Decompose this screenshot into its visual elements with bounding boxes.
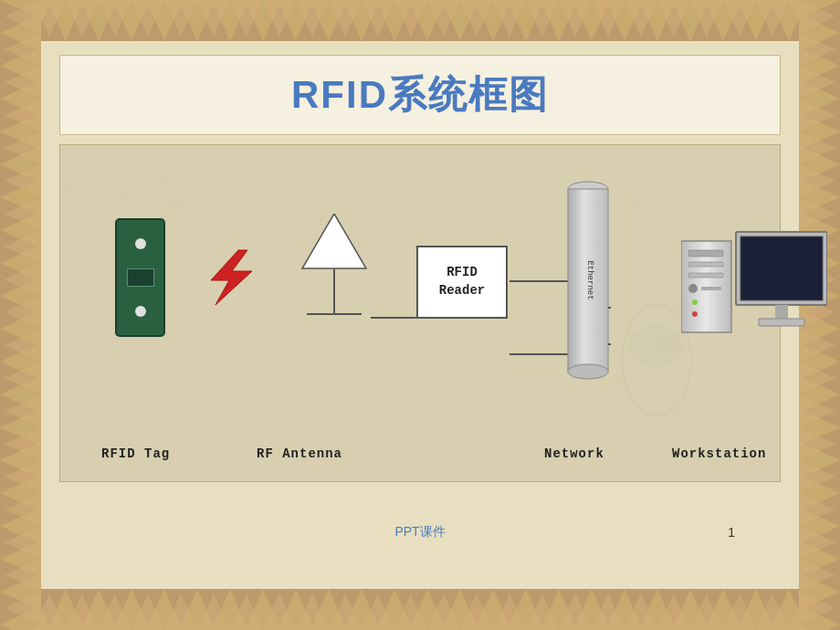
- svg-rect-3: [0, 0, 840, 41]
- workstation-component: [681, 227, 827, 350]
- reader-label: RFID Reader: [439, 264, 485, 299]
- label-network: Network: [544, 445, 604, 461]
- svg-marker-24: [302, 214, 366, 268]
- svg-point-43: [692, 299, 698, 305]
- tag-dot-top: [135, 238, 146, 249]
- svg-rect-40: [740, 236, 823, 300]
- rf-antenna-component: [298, 214, 371, 336]
- footer-text: PPT课件: [394, 524, 445, 541]
- tag-chip: [127, 268, 154, 287]
- lightning-icon: [188, 246, 270, 313]
- border-bottom: [0, 589, 840, 630]
- svg-line-18: [60, 188, 234, 214]
- svg-rect-7: [0, 589, 840, 630]
- network-tower-component: Ethernet: [565, 173, 611, 395]
- diagram-area: RFID Reader: [59, 144, 781, 482]
- tag-dot-bottom: [135, 306, 146, 317]
- border-top: [0, 0, 840, 41]
- svg-rect-35: [688, 262, 723, 267]
- page-title: RFID系统框图: [291, 73, 549, 116]
- svg-point-29: [568, 364, 608, 379]
- title-section: RFID系统框图: [59, 55, 781, 135]
- line-antenna-reader: [371, 317, 421, 319]
- svg-rect-42: [759, 319, 804, 326]
- label-rf-antenna: RF Antenna: [257, 445, 342, 461]
- svg-point-44: [692, 311, 698, 317]
- footer: PPT课件 1: [82, 520, 758, 545]
- svg-rect-11: [0, 0, 41, 630]
- border-left: [0, 0, 41, 630]
- label-rfid-tag: RFID Tag: [101, 445, 170, 461]
- rfid-tag-component: [115, 218, 165, 337]
- svg-text:Ethernet: Ethernet: [585, 260, 594, 299]
- svg-rect-37: [688, 284, 698, 293]
- svg-marker-23: [211, 250, 252, 305]
- svg-rect-38: [701, 287, 721, 290]
- rfid-reader-component: RFID Reader: [416, 246, 508, 319]
- page-number: 1: [728, 525, 735, 540]
- label-workstation: Workstation: [672, 445, 766, 461]
- svg-rect-34: [688, 250, 723, 257]
- svg-rect-36: [688, 273, 723, 278]
- main-area: RFID系统框图: [41, 41, 799, 589]
